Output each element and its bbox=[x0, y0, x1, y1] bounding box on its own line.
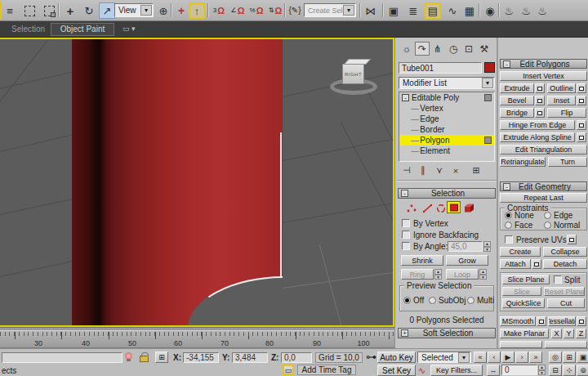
go-to-start-icon[interactable]: « bbox=[474, 351, 487, 363]
current-frame-field[interactable]: 0 bbox=[501, 365, 537, 375]
slice-button[interactable]: Slice bbox=[502, 287, 541, 296]
chevron-down-icon[interactable]: ▾ bbox=[458, 352, 470, 363]
slice-plane-button[interactable]: Slice Plane bbox=[502, 275, 550, 284]
extrude-settings-icon[interactable] bbox=[535, 83, 545, 93]
collapse-icon[interactable]: - bbox=[503, 183, 510, 190]
time-configuration-icon[interactable]: ⊟ bbox=[549, 365, 562, 376]
stack-item-edge[interactable]: ----Edge bbox=[399, 114, 494, 124]
pin-stack-icon[interactable]: ⊣ bbox=[399, 164, 414, 177]
track-bar[interactable]: 30 40 50 60 70 80 90 100 bbox=[0, 330, 394, 348]
go-to-end-icon[interactable]: » bbox=[529, 351, 542, 363]
use-pivot-center-icon[interactable]: ⊕ bbox=[155, 2, 172, 19]
tab-modify-icon[interactable]: ↷ bbox=[415, 42, 430, 56]
detach-button[interactable]: Detach bbox=[543, 259, 587, 269]
stack-item-polygon[interactable]: ----Polygon bbox=[399, 135, 494, 145]
z-coordinate-field[interactable]: 0,0 bbox=[281, 352, 312, 363]
tessellate-settings-icon[interactable] bbox=[577, 316, 586, 326]
by-angle-spinner[interactable]: ▲▼ bbox=[483, 241, 491, 252]
edit-named-selection-sets-icon[interactable]: {✎} bbox=[287, 2, 303, 19]
outline-settings-icon[interactable] bbox=[577, 83, 586, 93]
loop-button[interactable]: Loop bbox=[446, 269, 479, 280]
insert-vertex-button[interactable]: Insert Vertex bbox=[500, 71, 587, 81]
bridge-settings-icon[interactable] bbox=[535, 108, 545, 118]
stack-item-border[interactable]: ----Border bbox=[399, 124, 494, 135]
previous-frame-icon[interactable]: ‹ bbox=[488, 351, 501, 363]
zoom-tool-icon[interactable]: ◎ bbox=[549, 351, 562, 363]
object-name-field[interactable]: Tube001 bbox=[399, 62, 482, 74]
extrude-button[interactable]: Extrude bbox=[500, 83, 534, 93]
hinge-from-edge-button[interactable]: Hinge From Edge bbox=[500, 120, 575, 130]
isolate-selection-icon[interactable] bbox=[125, 352, 132, 360]
bevel-settings-icon[interactable] bbox=[535, 96, 545, 105]
key-mode-toggle-icon[interactable]: ↔ bbox=[487, 365, 500, 376]
tessellate-button[interactable]: Tessellate bbox=[548, 316, 576, 326]
preserve-uvs-checkbox[interactable] bbox=[505, 235, 513, 244]
orbit-icon[interactable]: ⊚ bbox=[577, 365, 588, 376]
configure-modifier-sets-icon[interactable]: ⊞ bbox=[469, 164, 483, 177]
show-end-result-icon[interactable]: ∥ bbox=[416, 164, 430, 177]
chevron-down-icon[interactable]: ▾ bbox=[482, 78, 493, 88]
bridge-button[interactable]: Bridge bbox=[500, 108, 534, 118]
modifier-onoff-icon[interactable] bbox=[484, 94, 492, 101]
by-angle-checkbox[interactable] bbox=[402, 242, 410, 250]
element-subobject-icon[interactable] bbox=[461, 202, 475, 214]
collapse-icon[interactable]: - bbox=[402, 94, 409, 101]
remove-modifier-icon[interactable]: × bbox=[448, 164, 463, 177]
selection-lock-icon[interactable] bbox=[140, 356, 149, 362]
collapse-button[interactable]: Collapse bbox=[543, 247, 587, 257]
zoom-extents-icon[interactable]: ▣ bbox=[577, 351, 588, 363]
align-icon[interactable]: ▣ bbox=[385, 2, 402, 19]
object-color-swatch[interactable] bbox=[484, 62, 495, 73]
reference-coordinate-dropdown[interactable]: View ▾ bbox=[114, 3, 154, 17]
constraint-none-radio[interactable] bbox=[505, 212, 512, 219]
named-selection-sets-dropdown[interactable]: Create Selection Se ▾ bbox=[304, 3, 356, 17]
stack-item-vertex[interactable]: ----Vertex bbox=[399, 103, 494, 114]
render-production-icon[interactable]: ♨ bbox=[534, 2, 550, 19]
by-vertex-checkbox[interactable] bbox=[402, 219, 410, 227]
stack-item-element[interactable]: ----Element bbox=[399, 145, 494, 156]
constraint-normal-radio[interactable] bbox=[544, 222, 551, 229]
polygon-subobject-icon[interactable] bbox=[447, 201, 461, 213]
edit-triangulation-button[interactable]: Edit Triangulation bbox=[500, 145, 587, 154]
inset-button[interactable]: Inset bbox=[547, 96, 576, 105]
pan-icon[interactable]: ⊹ bbox=[563, 365, 576, 376]
bevel-button[interactable]: Bevel bbox=[500, 96, 534, 105]
preview-subobj-radio[interactable] bbox=[429, 297, 436, 304]
mirror-icon[interactable]: ⋈ bbox=[363, 2, 379, 19]
msmooth-settings-icon[interactable] bbox=[537, 316, 546, 326]
grow-button[interactable]: Grow bbox=[446, 255, 488, 266]
rect-selection-region-icon[interactable] bbox=[21, 2, 38, 19]
collapse-icon[interactable]: - bbox=[401, 190, 408, 197]
window-crossing-icon[interactable] bbox=[41, 2, 57, 19]
set-key-button[interactable]: Set Key bbox=[377, 365, 416, 376]
angle-snap-icon[interactable]: ∠Ω bbox=[229, 2, 246, 19]
loop-spinner[interactable]: ▲▼ bbox=[479, 269, 487, 280]
repeat-last-button[interactable]: Repeat Last bbox=[500, 193, 587, 203]
retriangulate-button[interactable]: Retriangulate bbox=[500, 157, 546, 167]
material-editor-icon[interactable]: ◉ bbox=[482, 2, 498, 19]
layer-manager-icon[interactable]: ≣ bbox=[405, 2, 421, 19]
ribbon-minimize-icon[interactable]: ▭ ▾ bbox=[122, 25, 136, 33]
render-setup-icon[interactable]: ♨ bbox=[501, 2, 517, 19]
keyboard-override-icon[interactable]: ↑ bbox=[189, 2, 205, 19]
outline-button[interactable]: Outline bbox=[547, 83, 576, 93]
select-by-name-icon[interactable]: ≡ bbox=[2, 2, 18, 19]
hinge-settings-icon[interactable] bbox=[577, 120, 586, 130]
edge-subobject-icon[interactable] bbox=[421, 202, 434, 214]
vertex-subobject-icon[interactable] bbox=[404, 202, 418, 214]
select-manipulate-icon[interactable]: + bbox=[173, 2, 189, 19]
add-time-tag[interactable]: Add Time Tag bbox=[297, 365, 356, 375]
tab-display-icon[interactable]: ⊡ bbox=[461, 42, 476, 56]
x-coordinate-field[interactable]: -34,155 bbox=[183, 352, 219, 363]
layer-explorer-icon[interactable]: ▤ bbox=[425, 2, 441, 19]
mini-listener-icon[interactable]: ▭ bbox=[283, 365, 294, 375]
ring-spinner[interactable]: ▲▼ bbox=[434, 269, 442, 280]
snap-toggle-3d-icon[interactable]: 3Ω bbox=[211, 2, 227, 19]
schematic-view-icon[interactable]: ▦ bbox=[461, 2, 478, 19]
make-planar-button[interactable]: Make Planar bbox=[500, 329, 549, 338]
ribbon-tab-object-paint[interactable]: Object Paint bbox=[51, 23, 114, 36]
make-unique-icon[interactable]: ⋎ bbox=[432, 164, 447, 177]
subobject-level-icon[interactable] bbox=[484, 137, 492, 144]
absolute-mode-icon[interactable]: ⊞ bbox=[155, 351, 168, 363]
key-filters-button[interactable]: Key Filters... bbox=[430, 365, 483, 376]
